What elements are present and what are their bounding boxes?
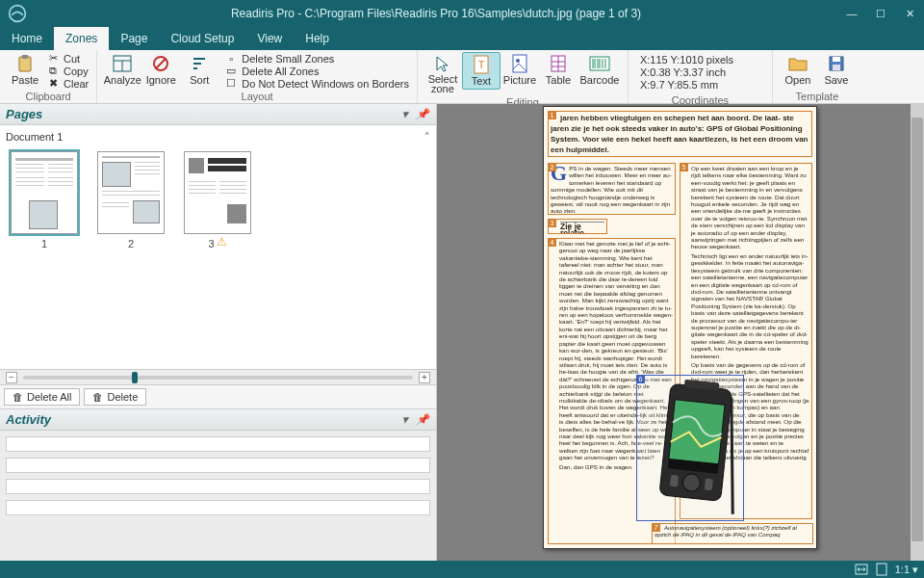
ribbon: Paste ✂Cut ⧉Copy ✖Clear Clipboard Analyz… — [0, 50, 924, 104]
page-thumbnail-2[interactable]: 2 — [94, 151, 167, 250]
clear-icon: ✖ — [46, 78, 60, 90]
delete-small-zones-button[interactable]: ▫Delete Small Zones — [224, 52, 409, 65]
page-thumbnail-1[interactable]: 1 — [8, 151, 81, 250]
text-zone-button[interactable]: TText — [462, 52, 500, 90]
zone-2-text[interactable]: 2 G PS in de wagen. Steeds meer mensen w… — [548, 163, 676, 215]
thumbnail-zoom-slider[interactable]: − + — [0, 369, 436, 384]
delete-all-zones-button[interactable]: ▭Delete All Zones — [224, 65, 409, 77]
copy-icon: ⧉ — [46, 66, 60, 77]
copy-button[interactable]: ⧉Copy — [46, 65, 89, 77]
activity-pin-icon[interactable]: 📌 — [415, 412, 430, 428]
save-icon — [825, 54, 848, 73]
cut-button[interactable]: ✂Cut — [46, 52, 89, 65]
zone-3-text[interactable]: 3 Zie je relatie — [548, 219, 607, 234]
document-viewport[interactable]: 1 jaren hebben vliegtuigen en schepen he… — [437, 104, 924, 561]
pages-pin-icon[interactable]: 📌 — [415, 107, 430, 122]
svg-rect-31 — [705, 479, 713, 491]
activity-body — [0, 431, 436, 561]
barcode-zone-icon — [588, 54, 611, 73]
trash-icon: 🗑 — [92, 391, 103, 403]
open-template-button[interactable]: Open — [779, 52, 817, 88]
zoom-out-icon[interactable]: − — [6, 372, 17, 383]
zone-6-graphic[interactable]: 6 — [636, 375, 744, 521]
barcode-zone-button[interactable]: Barcode — [578, 52, 622, 88]
svg-text:T: T — [478, 59, 485, 70]
pda-device-image — [639, 377, 744, 521]
delete-small-icon: ▫ — [224, 53, 238, 65]
activity-row — [6, 436, 430, 452]
menu-cloud-setup[interactable]: Cloud Setup — [159, 27, 245, 50]
delete-all-pages-button[interactable]: 🗑Delete All — [4, 388, 80, 406]
activity-dropdown-icon[interactable]: ▾ — [398, 412, 413, 428]
activity-panel-title: Activity — [6, 412, 51, 427]
save-template-button[interactable]: Save — [817, 52, 856, 88]
ribbon-group-layout: Analyze Ignore Sort ▫Delete Small Zones … — [97, 50, 418, 103]
svg-line-7 — [156, 59, 166, 68]
ribbon-group-template: Open Save Template — [773, 50, 861, 103]
open-icon — [786, 54, 809, 73]
ignore-icon — [149, 54, 172, 73]
clear-button[interactable]: ✖Clear — [46, 77, 89, 90]
fit-width-button[interactable] — [855, 564, 868, 575]
fit-page-button[interactable] — [876, 563, 887, 576]
menu-view[interactable]: View — [245, 27, 294, 50]
document-collapse-icon[interactable]: ˄ — [424, 131, 430, 144]
table-zone-icon — [547, 54, 570, 73]
menu-help[interactable]: Help — [294, 27, 341, 50]
clipboard-group-label: Clipboard — [6, 90, 90, 103]
minimize-button[interactable]: — — [837, 0, 866, 27]
close-button[interactable]: ✕ — [895, 0, 924, 27]
warning-icon: ⚠ — [217, 235, 227, 249]
chevron-down-icon: ▾ — [912, 564, 918, 576]
menu-zones[interactable]: Zones — [54, 27, 109, 50]
pages-body: Document 1 ˄ 1 — [0, 125, 436, 253]
zone-number: 2 — [548, 163, 556, 171]
svg-point-0 — [10, 6, 26, 22]
text-zone-icon: T — [470, 55, 493, 74]
document-page: 1 jaren hebben vliegtuigen en schepen he… — [543, 106, 817, 549]
svg-point-11 — [516, 59, 520, 63]
picture-zone-button[interactable]: Picture — [500, 52, 539, 88]
svg-rect-24 — [833, 57, 840, 62]
vertical-scrollbar[interactable] — [911, 104, 924, 561]
menu-page[interactable]: Page — [109, 27, 159, 50]
sort-button[interactable]: Sort — [180, 52, 218, 88]
maximize-button[interactable]: ☐ — [866, 0, 895, 27]
ribbon-group-clipboard: Paste ✂Cut ⧉Copy ✖Clear Clipboard — [0, 50, 97, 103]
activity-row — [6, 458, 430, 473]
paste-button[interactable]: Paste — [6, 52, 44, 88]
app-logo — [0, 0, 35, 27]
svg-rect-35 — [877, 564, 886, 575]
menu-bar: Home Zones Page Cloud Setup View Help — [0, 27, 924, 50]
ribbon-group-coordinates: X:115 Y:1010 pixels X:0.38 Y:3.37 inch X… — [629, 50, 773, 103]
checkbox-icon: ☐ — [224, 78, 238, 90]
zoom-ratio[interactable]: 1:1 ▾ — [895, 564, 918, 576]
left-panel: Pages ▾ 📌 Document 1 ˄ — [0, 104, 437, 561]
activity-row — [6, 500, 430, 515]
status-bar: 1:1 ▾ — [0, 561, 924, 578]
select-zone-button[interactable]: Select zone — [424, 52, 462, 95]
page-thumbnail-3[interactable]: 3⚠ — [181, 151, 254, 250]
template-group-label: Template — [779, 90, 856, 103]
paste-icon — [13, 54, 37, 73]
no-detect-windows-checkbox[interactable]: ☐Do Not Detect Windows on Borders — [224, 77, 409, 90]
zone-number: 5 — [680, 163, 688, 171]
zone-7-text[interactable]: 7 Autonavigatiesysteem (optioneel) links… — [652, 523, 813, 544]
cut-icon: ✂ — [46, 53, 60, 65]
svg-rect-25 — [833, 65, 840, 70]
pages-dropdown-icon[interactable]: ▾ — [398, 107, 413, 122]
pages-panel-title: Pages — [6, 107, 42, 121]
ignore-button[interactable]: Ignore — [141, 52, 180, 88]
delete-page-button[interactable]: 🗑Delete — [84, 388, 146, 406]
cursor-icon — [431, 54, 454, 73]
zoom-in-icon[interactable]: + — [419, 372, 430, 383]
title-bar: Readiris Pro - C:\Program Files\Readiris… — [0, 0, 924, 27]
analyze-button[interactable]: Analyze — [103, 52, 141, 88]
menu-home[interactable]: Home — [0, 27, 54, 50]
zone-1-text[interactable]: 1 jaren hebben vliegtuigen en schepen he… — [548, 111, 812, 157]
svg-rect-30 — [670, 475, 679, 487]
trash-icon: 🗑 — [13, 391, 23, 403]
sort-icon — [188, 54, 211, 73]
window-title: Readiris Pro - C:\Program Files\Readiris… — [35, 7, 837, 20]
table-zone-button[interactable]: Table — [539, 52, 578, 88]
